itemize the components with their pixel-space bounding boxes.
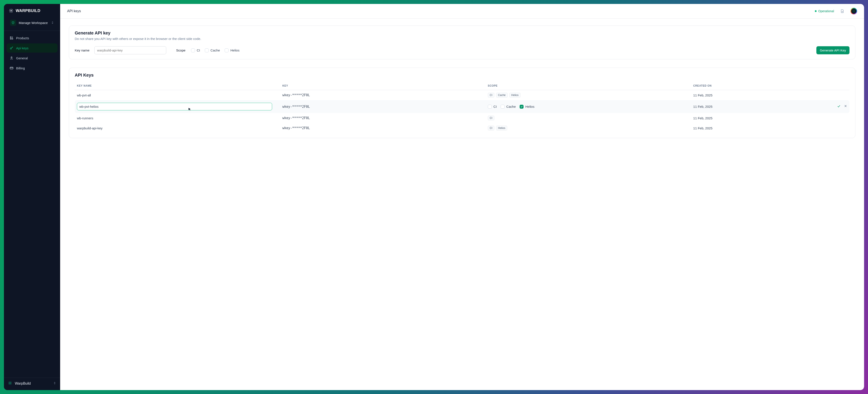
row-scope-helios-label: Helios: [525, 105, 534, 108]
credit-card-icon: [9, 66, 13, 70]
checkbox-icon: [191, 49, 195, 52]
cell-name[interactable]: warpbuild-api-key: [77, 126, 282, 130]
cursor-icon: [188, 108, 191, 111]
grid-plus-icon: [9, 36, 13, 40]
svg-rect-14: [10, 67, 13, 69]
col-created: CREATED ON: [693, 84, 847, 87]
cell-scope: CI Cache Helios: [488, 93, 693, 97]
svg-line-28: [853, 10, 854, 11]
scope-badge: Helios: [509, 93, 521, 97]
checkbox-icon: [488, 105, 492, 109]
scope-group: Scope CI Cache Helios: [176, 49, 240, 52]
row-scope-cache-checkbox[interactable]: Cache: [501, 105, 516, 109]
scope-badge: Cache: [496, 93, 508, 97]
row-scope-ci-checkbox[interactable]: CI: [488, 105, 497, 109]
cell-scope: CI: [488, 116, 693, 120]
nav-label: General: [16, 56, 28, 60]
confirm-edit-button[interactable]: [837, 104, 841, 109]
svg-line-7: [12, 9, 13, 10]
scope-ci-label: CI: [197, 49, 200, 52]
nav-label: Products: [16, 36, 29, 40]
brand-logo-icon: [9, 8, 13, 13]
status-indicator[interactable]: Operational: [815, 9, 834, 13]
table-row-editing: wkey-*****2F0L CI Cache Helios: [75, 100, 849, 113]
generate-form: Key name Scope CI Cache: [75, 46, 849, 54]
shield-check-icon: [10, 20, 16, 26]
org-switcher[interactable]: WarpBuild: [4, 377, 60, 390]
brand-name: WARPBUILD: [16, 8, 40, 13]
nav-label: Billing: [16, 66, 25, 70]
status-dot-icon: [815, 10, 816, 12]
svg-line-23: [9, 384, 9, 385]
checkbox-icon: [225, 49, 228, 52]
cell-name[interactable]: wb-pvt-all: [77, 93, 282, 97]
scope-badge: Helios: [496, 126, 507, 131]
org-logo-icon: [8, 381, 12, 386]
nav-products[interactable]: Products: [6, 33, 58, 43]
row-name-input[interactable]: [77, 103, 272, 110]
scope-cache-checkbox[interactable]: Cache: [205, 49, 220, 52]
cell-created: 11 Feb, 2025: [693, 93, 847, 97]
table-row: wb-pvt-all wkey-*****2F0L CI Cache Helio…: [75, 90, 849, 100]
key-icon: [9, 46, 13, 50]
cancel-edit-button[interactable]: [844, 104, 847, 109]
row-scope-ci-label: CI: [494, 105, 497, 108]
scope-label: Scope: [176, 49, 186, 52]
checkbox-icon: [205, 49, 209, 52]
key-name-input[interactable]: [94, 46, 166, 54]
user-icon: [9, 56, 13, 60]
workspace-switcher[interactable]: Manage Workspace: [8, 18, 56, 27]
nav-billing[interactable]: Billing: [6, 63, 58, 73]
status-label: Operational: [818, 9, 834, 13]
col-name: KEY NAME: [77, 84, 282, 87]
nav-label: Api keys: [16, 46, 29, 50]
svg-line-8: [9, 11, 10, 12]
row-scope-helios-checkbox[interactable]: Helios: [520, 105, 534, 109]
created-date: 11 Feb, 2025: [693, 93, 712, 97]
nav-api-keys[interactable]: Api keys: [6, 44, 58, 53]
scope-cache-label: Cache: [211, 49, 220, 52]
list-card: API Keys KEY NAME KEY SCOPE CREATED ON w…: [69, 67, 855, 138]
cell-created: 11 Feb, 2025: [693, 126, 847, 130]
list-title: API Keys: [75, 73, 849, 78]
scope-ci-checkbox[interactable]: CI: [191, 49, 200, 52]
svg-line-29: [854, 11, 855, 12]
table-row: wb-runners wkey-*****2F0L CI 11 Feb, 202…: [75, 113, 849, 123]
content: Generate API key Do not share you API ke…: [60, 19, 864, 145]
col-scope: SCOPE: [488, 84, 693, 87]
svg-line-30: [854, 10, 855, 11]
cell-scope-edit: CI Cache Helios: [488, 105, 693, 109]
app-shell: WARPBUILD Manage Workspace: [4, 4, 864, 390]
svg-rect-11: [12, 38, 13, 39]
chevron-updown-icon: [53, 382, 56, 386]
scope-helios-checkbox[interactable]: Helios: [225, 49, 240, 52]
cell-created: 11 Feb, 2025: [693, 104, 847, 109]
docs-icon[interactable]: [840, 8, 844, 14]
svg-line-22: [11, 382, 11, 383]
generate-card: Generate API key Do not share you API ke…: [69, 26, 855, 59]
scope-badge: CI: [488, 126, 494, 131]
key-name-label: Key name: [75, 49, 90, 52]
main: API keys Operational: [60, 4, 864, 390]
sidebar: WARPBUILD Manage Workspace: [4, 4, 60, 390]
cell-name[interactable]: wb-runners: [77, 116, 282, 120]
svg-rect-10: [10, 38, 11, 39]
brand: WARPBUILD: [4, 4, 60, 16]
svg-point-12: [10, 48, 11, 49]
created-date: 11 Feb, 2025: [693, 126, 712, 130]
cell-key: wkey-*****2F0L: [282, 93, 488, 97]
created-date: 11 Feb, 2025: [693, 116, 712, 120]
nav-general[interactable]: General: [6, 53, 58, 63]
svg-point-0: [11, 10, 11, 11]
generate-title: Generate API key: [75, 31, 849, 35]
cell-created: 11 Feb, 2025: [693, 116, 847, 120]
topbar-right: Operational: [815, 8, 857, 15]
row-scope-cache-label: Cache: [506, 105, 516, 108]
cell-key: wkey-*****2F0L: [282, 116, 488, 120]
cell-key: wkey-*****2F0L: [282, 126, 488, 130]
generate-button[interactable]: Generate API Key: [816, 46, 849, 54]
avatar[interactable]: [850, 8, 857, 15]
scope-helios-label: Helios: [230, 49, 240, 52]
svg-point-15: [9, 383, 10, 383]
topbar: API keys Operational: [60, 4, 864, 19]
